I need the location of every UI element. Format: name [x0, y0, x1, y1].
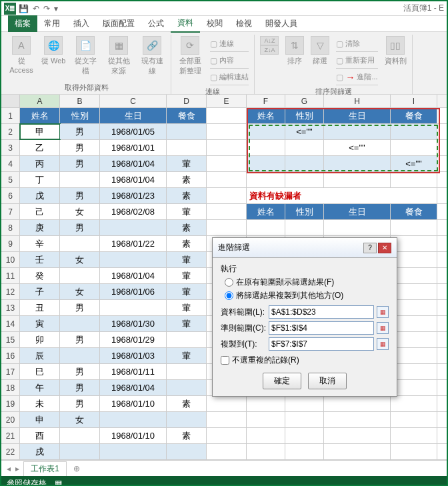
cell-birthday[interactable]: 1968/01/10 — [100, 428, 167, 443]
col-header-H[interactable]: H — [324, 95, 391, 107]
row-header[interactable]: 22 — [1, 444, 20, 459]
cell-gender[interactable]: 女 — [60, 204, 100, 219]
tab-formula[interactable]: 公式 — [141, 15, 171, 32]
row-header[interactable]: 10 — [1, 252, 20, 267]
row-header[interactable]: 21 — [1, 428, 20, 443]
cell[interactable] — [391, 124, 437, 139]
cell-birthday[interactable] — [100, 220, 167, 235]
cell-gender[interactable] — [60, 172, 100, 187]
tab-view[interactable]: 檢視 — [229, 15, 259, 32]
cell-meal[interactable] — [167, 380, 207, 395]
cell-gender[interactable]: 男 — [60, 220, 100, 235]
header-cell[interactable]: 餐食 — [391, 204, 437, 219]
cell[interactable] — [247, 444, 285, 459]
properties-button[interactable]: 內容 — [210, 53, 249, 69]
cell[interactable] — [247, 140, 285, 155]
cell-name[interactable]: 壬 — [20, 252, 60, 267]
cell-name[interactable]: 辛 — [20, 236, 60, 251]
cell-birthday[interactable]: 1968/01/11 — [100, 364, 167, 379]
cell[interactable] — [391, 236, 437, 251]
cell-gender[interactable]: 女 — [60, 412, 100, 427]
cell-birthday[interactable]: 1968/01/10 — [100, 396, 167, 411]
cell-meal[interactable]: 葷 — [167, 300, 207, 315]
row-header[interactable]: 2 — [1, 124, 20, 139]
header-cell[interactable]: 生日 — [324, 108, 391, 123]
cell-name[interactable]: 癸 — [20, 268, 60, 283]
header-cell[interactable]: 生日 — [100, 108, 167, 123]
cell[interactable] — [285, 396, 324, 411]
cell[interactable] — [391, 172, 437, 187]
cell[interactable] — [247, 220, 285, 235]
cell-birthday[interactable]: 1968/01/06 — [100, 284, 167, 299]
cell[interactable] — [391, 412, 437, 427]
cell[interactable] — [207, 220, 247, 235]
tab-review[interactable]: 校閱 — [200, 15, 229, 32]
cell-birthday[interactable]: 1968/01/05 — [100, 124, 167, 139]
cell-meal[interactable] — [167, 364, 207, 379]
ok-button[interactable]: 確定 — [263, 373, 301, 389]
cell[interactable] — [285, 412, 324, 427]
row-header[interactable]: 5 — [1, 172, 20, 187]
cell-meal[interactable]: 素 — [167, 220, 207, 235]
cell-meal[interactable] — [167, 332, 207, 347]
from-access-button[interactable]: A從 Access — [5, 35, 37, 75]
advanced-filter-button[interactable]: →進階... — [336, 69, 377, 85]
cell-name[interactable]: 戊 — [20, 188, 60, 203]
tab-home[interactable]: 常用 — [37, 15, 67, 32]
cell-name[interactable]: 乙 — [20, 140, 60, 155]
cell[interactable] — [324, 444, 391, 459]
row-header[interactable]: 18 — [1, 380, 20, 395]
cell[interactable] — [207, 204, 247, 219]
cell-birthday[interactable]: 1968/01/04 — [100, 172, 167, 187]
radio-filter-inplace[interactable]: 在原有範圍顯示篩選結果(F) — [225, 277, 389, 288]
header-cell[interactable]: 性別 — [60, 108, 100, 123]
cell-gender[interactable]: 男 — [60, 156, 100, 171]
header-cell[interactable]: 生日 — [324, 204, 391, 219]
cell[interactable] — [391, 284, 437, 299]
col-header-I[interactable]: I — [391, 95, 437, 107]
cell-meal[interactable]: 葷 — [167, 316, 207, 331]
col-header-D[interactable]: D — [167, 95, 207, 107]
cell-gender[interactable]: 男 — [60, 332, 100, 347]
col-header-C[interactable]: C — [100, 95, 167, 107]
cell-name[interactable]: 己 — [20, 204, 60, 219]
row-header[interactable]: 9 — [1, 236, 20, 251]
cell-name[interactable]: 甲 — [20, 124, 60, 139]
copy-to-input[interactable] — [269, 337, 374, 351]
cell[interactable] — [324, 396, 391, 411]
cell[interactable] — [285, 220, 324, 235]
note-cell[interactable]: 資料有缺漏者 — [247, 188, 437, 203]
cell[interactable] — [207, 156, 247, 171]
cell[interactable] — [391, 252, 437, 267]
from-web-button[interactable]: 🌐從 Web — [39, 35, 68, 67]
tab-layout[interactable]: 版面配置 — [96, 15, 141, 32]
cell-meal[interactable]: 葷 — [167, 268, 207, 283]
cell[interactable] — [285, 428, 324, 443]
cell-meal[interactable]: 葷 — [167, 284, 207, 299]
cell-birthday[interactable]: 1968/01/04 — [100, 156, 167, 171]
cell-name[interactable]: 子 — [20, 284, 60, 299]
tab-insert[interactable]: 插入 — [67, 15, 96, 32]
cell-birthday[interactable]: 1968/01/04 — [100, 268, 167, 283]
macro-icon[interactable]: ▦ — [55, 479, 62, 486]
cell-name[interactable]: 寅 — [20, 316, 60, 331]
undo-icon[interactable]: ↶ — [33, 4, 39, 13]
cell-meal[interactable]: 葷 — [167, 204, 207, 219]
cell[interactable] — [207, 444, 247, 459]
cell-birthday[interactable] — [100, 300, 167, 315]
row-header[interactable]: 15 — [1, 332, 20, 347]
cancel-button[interactable]: 取消 — [308, 373, 347, 389]
cell[interactable] — [247, 396, 285, 411]
cell-gender[interactable]: 男 — [60, 396, 100, 411]
cell-meal[interactable]: 素 — [167, 396, 207, 411]
criteria-cell[interactable]: <="" — [324, 140, 391, 155]
cell[interactable] — [391, 220, 437, 235]
existing-conn-button[interactable]: 🔗現有連線 — [136, 35, 168, 77]
cell-meal[interactable] — [167, 412, 207, 427]
cell-meal[interactable]: 素 — [167, 172, 207, 187]
cell[interactable] — [391, 364, 437, 379]
radio-copy-to[interactable]: 將篩選結果複製到其他地方(O) — [225, 290, 389, 301]
list-range-input[interactable] — [269, 305, 374, 319]
cell-name[interactable]: 未 — [20, 396, 60, 411]
range-picker-icon[interactable]: ▦ — [377, 338, 389, 350]
